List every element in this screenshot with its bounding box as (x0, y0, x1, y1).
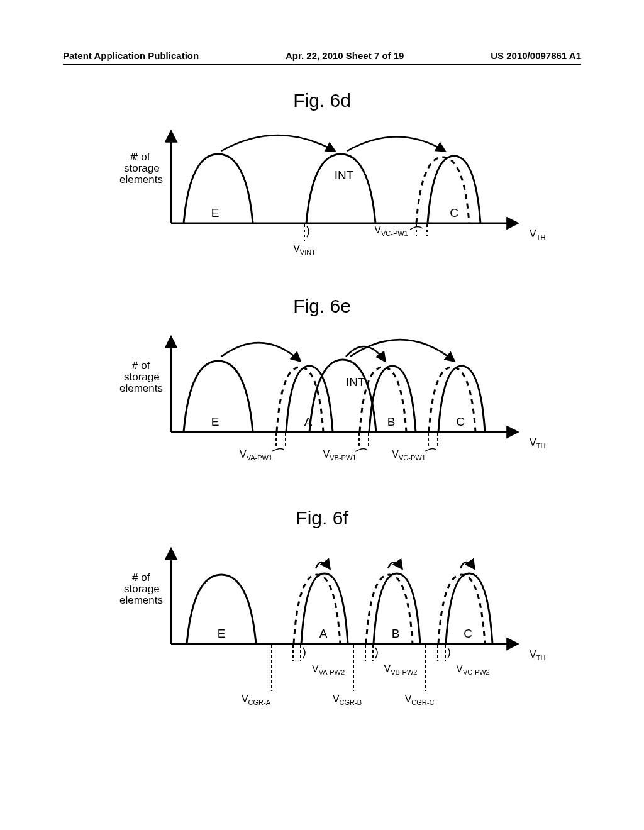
state-label-A: A (319, 627, 328, 640)
arrow-INT-C (347, 137, 445, 152)
tick-va-brace (272, 448, 284, 451)
header-right: US 2010/0097861 A1 (491, 50, 581, 61)
page: Patent Application Publication Apr. 22, … (63, 50, 581, 751)
tick-label-va: VVA-PW1 (240, 449, 272, 462)
figure-6d-title: Fig. 6d (63, 90, 581, 111)
state-label-E: E (211, 206, 219, 219)
tick-vint-hook (307, 226, 309, 237)
arrow-A-shift (316, 562, 330, 568)
tick-vb2-hook (375, 648, 377, 658)
dist-C-dashed (416, 157, 469, 223)
dist-B-dashed (360, 367, 406, 432)
state-label-A: A (304, 415, 313, 428)
y-axis-label-text: # of storage elements (119, 151, 163, 185)
figure-6e: Fig. 6e # of storage elements E INT (63, 296, 581, 479)
header-center: Apr. 22, 2010 Sheet 7 of 19 (286, 50, 404, 61)
state-label-B: B (387, 415, 396, 428)
tick-label-vc: VVC-PW1 (374, 224, 408, 237)
state-label-INT: INT (346, 375, 365, 389)
tick-vb-brace (355, 448, 367, 451)
x-axis-label: VTH (530, 228, 545, 241)
header-left: Patent Application Publication (63, 50, 199, 61)
dist-INT (306, 154, 375, 223)
tick-label-vb2: VVB-PW2 (384, 663, 418, 676)
tick-label-va2: VVA-PW2 (312, 663, 345, 676)
figure-6d: Fig. 6d # # of storage elements E (63, 90, 581, 267)
state-label-INT: INT (335, 169, 354, 182)
arrow-E-INT (221, 135, 335, 151)
dist-A-dashed (277, 367, 323, 432)
state-label-C: C (450, 206, 458, 219)
arrow-C-shift (460, 562, 474, 568)
tick-label-vint: VVINT (293, 243, 316, 256)
x-axis-label: VTH (530, 649, 545, 661)
dist-C-dashed (438, 575, 485, 644)
tick-label-vc: VVC-PW1 (392, 449, 425, 462)
state-label-E: E (218, 627, 226, 640)
dist-C-dashed (429, 367, 475, 432)
arrow-B-shift (388, 562, 402, 568)
arrow-E-A (221, 343, 300, 361)
tick-vc-brace (425, 448, 436, 451)
figure-6d-svg: # # of storage elements E INT C V (96, 116, 548, 267)
tick-vc-bracket (410, 226, 423, 230)
figure-6e-title: Fig. 6e (63, 296, 581, 317)
figure-6f: Fig. 6f # of storage elements E A (63, 507, 581, 722)
dist-A-dashed (294, 575, 340, 644)
state-label-E: E (211, 415, 219, 428)
state-label-B: B (392, 627, 400, 640)
arrow-INT-C (350, 340, 454, 361)
tick-label-vc2: VVC-PW2 (456, 663, 489, 676)
tick-label-vb: VVB-PW1 (323, 449, 357, 462)
tick-label-cgrA: VCGR-A (242, 694, 271, 706)
state-label-C: C (464, 627, 472, 640)
tick-va2-hook (303, 648, 305, 658)
y-axis-label: # of storage elements (119, 572, 163, 606)
y-axis-label: # of storage elements (119, 360, 163, 394)
figure-6f-svg: # of storage elements E A B C (96, 534, 548, 722)
figure-6f-title: Fig. 6f (63, 507, 581, 529)
tick-label-cgrB: VCGR-B (333, 694, 362, 706)
page-header: Patent Application Publication Apr. 22, … (63, 50, 581, 65)
x-axis-label: VTH (530, 437, 545, 450)
tick-vc2-hook (448, 648, 450, 658)
figure-6e-svg: # of storage elements E INT A B C (96, 322, 548, 479)
dist-B-dashed (366, 575, 413, 644)
tick-label-cgrC: VCGR-C (405, 694, 435, 706)
state-label-C: C (456, 415, 465, 428)
